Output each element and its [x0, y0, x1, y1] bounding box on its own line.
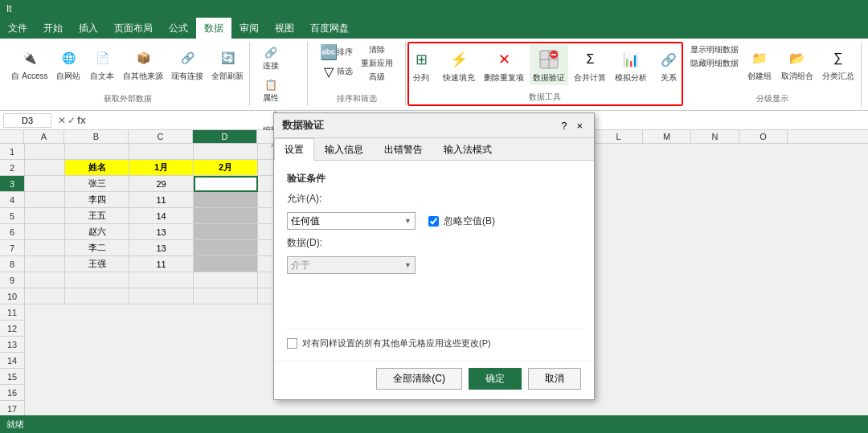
tab-baidu[interactable]: 百度网盘	[302, 18, 357, 39]
btn-advanced[interactable]: 高级	[358, 71, 395, 84]
dialog-tab-error-alert[interactable]: 出错警告	[374, 138, 433, 161]
cell-C6[interactable]: 13	[129, 224, 194, 240]
ignore-blank-checkbox[interactable]	[428, 216, 439, 227]
col-header-M[interactable]: M	[643, 130, 691, 143]
confirm-formula-icon[interactable]: ✓	[68, 115, 76, 126]
btn-show-detail[interactable]: 显示明细数据	[688, 43, 741, 56]
cell-B5[interactable]: 王五	[65, 208, 129, 224]
data-select[interactable]: 介于 ▼	[287, 256, 416, 274]
cell-C7[interactable]: 13	[129, 240, 194, 256]
col-header-N[interactable]: N	[691, 130, 739, 143]
btn-relation[interactable]: 🔗 关系	[653, 45, 685, 85]
btn-existing[interactable]: 🔗 现有连接	[168, 43, 207, 84]
cell-D2[interactable]: 2月	[194, 160, 258, 176]
cell-A4[interactable]	[25, 192, 65, 208]
tab-view[interactable]: 视图	[267, 18, 302, 39]
row-num-16[interactable]: 16	[0, 385, 24, 401]
dialog-question-mark[interactable]: ?	[558, 120, 570, 132]
btn-access[interactable]: 🔌 自 Access	[8, 43, 51, 84]
cell-B1[interactable]	[65, 144, 129, 160]
cell-A2[interactable]	[25, 160, 65, 176]
btn-create-group[interactable]: 📁 创建组	[743, 43, 776, 84]
apply-checkbox[interactable]	[287, 338, 297, 349]
btn-sort[interactable]: 🔤 排序	[318, 43, 355, 61]
cell-C9[interactable]	[129, 272, 194, 288]
col-header-D[interactable]: D	[193, 130, 257, 143]
row-num-15[interactable]: 15	[0, 369, 24, 385]
cell-ref-input[interactable]	[3, 113, 51, 128]
btn-remove-dup[interactable]: ✕ 删除重复项	[481, 45, 527, 85]
cell-D6[interactable]	[194, 224, 258, 240]
btn-property[interactable]: 📋 属性	[260, 76, 281, 104]
cell-B7[interactable]: 李二	[65, 240, 129, 256]
tab-formula[interactable]: 公式	[161, 18, 196, 39]
cancel-formula-icon[interactable]: ✕	[58, 115, 66, 126]
cell-A8[interactable]	[25, 256, 65, 272]
cell-A9[interactable]	[25, 272, 65, 288]
row-num-5[interactable]: 5	[0, 208, 24, 224]
row-num-6[interactable]: 6	[0, 224, 24, 240]
row-num-12[interactable]: 12	[0, 321, 24, 337]
btn-reapply[interactable]: 重新应用	[358, 57, 395, 70]
cell-D8[interactable]	[194, 256, 258, 272]
btn-ungroup[interactable]: 📂 取消组合	[778, 43, 817, 84]
btn-what-if[interactable]: 📊 模拟分析	[612, 45, 650, 85]
row-num-14[interactable]: 14	[0, 353, 24, 369]
allow-select[interactable]: 任何值 ▼	[287, 212, 416, 230]
cell-D4[interactable]	[194, 192, 258, 208]
btn-data-validate[interactable]: 数据验证	[530, 45, 568, 85]
cell-D5[interactable]	[194, 208, 258, 224]
btn-subtotal[interactable]: ∑ 分类汇总	[819, 43, 858, 84]
cell-A7[interactable]	[25, 240, 65, 256]
cell-D1[interactable]	[194, 144, 258, 160]
tab-file[interactable]: 文件	[0, 18, 35, 39]
cell-A6[interactable]	[25, 224, 65, 240]
cell-A3[interactable]	[25, 176, 65, 192]
cell-C5[interactable]: 14	[129, 208, 194, 224]
dialog-tab-settings[interactable]: 设置	[274, 138, 314, 161]
clear-all-button[interactable]: 全部清除(C)	[376, 368, 462, 390]
col-header-C[interactable]: C	[129, 130, 193, 143]
btn-web[interactable]: 🌐 自网站	[52, 43, 84, 84]
tab-insert[interactable]: 插入	[71, 18, 106, 39]
cell-D7[interactable]	[194, 240, 258, 256]
cell-B8[interactable]: 王强	[65, 256, 129, 272]
tab-review[interactable]: 审阅	[231, 18, 267, 39]
row-num-2[interactable]: 2	[0, 160, 24, 176]
btn-hide-detail[interactable]: 隐藏明细数据	[688, 57, 741, 70]
row-num-8[interactable]: 8	[0, 256, 24, 272]
cell-C10[interactable]	[129, 288, 194, 304]
cell-C8[interactable]: 11	[129, 256, 194, 272]
dialog-tab-input-info[interactable]: 输入信息	[314, 138, 374, 161]
row-num-9[interactable]: 9	[0, 272, 24, 288]
btn-refresh-all[interactable]: 🔄 全部刷新	[208, 43, 247, 84]
row-num-11[interactable]: 11	[0, 304, 24, 321]
cell-B10[interactable]	[65, 288, 129, 304]
row-num-4[interactable]: 4	[0, 192, 24, 208]
cell-C2[interactable]: 1月	[129, 160, 194, 176]
cell-B6[interactable]: 赵六	[65, 224, 129, 240]
btn-connect[interactable]: 🔗 连接	[260, 43, 281, 72]
btn-clear[interactable]: 清除	[358, 43, 395, 56]
cell-C1[interactable]	[129, 144, 194, 160]
cell-A1[interactable]	[25, 144, 65, 160]
cell-B4[interactable]: 李四	[65, 192, 129, 208]
cell-D10[interactable]	[194, 288, 258, 304]
col-header-B[interactable]: B	[64, 130, 129, 143]
btn-split-col[interactable]: ⊞ 分列	[405, 45, 437, 85]
btn-quick-fill[interactable]: ⚡ 快速填充	[440, 45, 478, 85]
cell-B2[interactable]: 姓名	[65, 160, 129, 176]
btn-merge-calc[interactable]: Σ 合并计算	[571, 45, 609, 85]
insert-function-icon[interactable]: fx	[77, 115, 86, 126]
row-num-13[interactable]: 13	[0, 337, 24, 353]
cell-B3[interactable]: 张三	[65, 176, 129, 192]
cell-D9[interactable]	[194, 272, 258, 288]
col-header-O[interactable]: O	[739, 130, 788, 143]
row-num-17[interactable]: 17	[0, 401, 24, 415]
dialog-tab-input-method[interactable]: 输入法模式	[433, 138, 502, 161]
cell-D3[interactable]	[194, 176, 258, 192]
btn-text[interactable]: 📄 自文本	[86, 43, 118, 84]
row-num-10[interactable]: 10	[0, 288, 24, 304]
cell-C3[interactable]: 29	[129, 176, 194, 192]
row-num-7[interactable]: 7	[0, 240, 24, 256]
